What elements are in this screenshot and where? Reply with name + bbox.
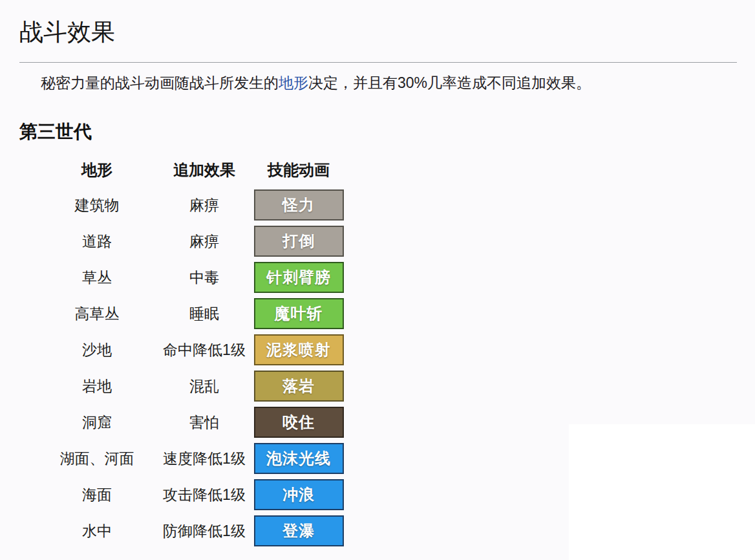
- animation-box[interactable]: 泥浆喷射: [254, 334, 344, 365]
- article-content: 战斗效果 秘密力量的战斗动画随战斗所发生的地形决定，并且有30%几率造成不同追加…: [0, 0, 755, 549]
- effect-link[interactable]: 害怕: [155, 413, 253, 433]
- intro-paragraph: 秘密力量的战斗动画随战斗所发生的地形决定，并且有30%几率造成不同追加效果。: [41, 73, 737, 92]
- table-row: 高草丛 睡眠 魔叶斩: [39, 296, 737, 332]
- terrain-cell: 湖面、河面: [39, 449, 155, 469]
- animation-box[interactable]: 打倒: [254, 226, 344, 257]
- table-row: 道路 麻痹 打倒: [39, 223, 737, 259]
- terrain-cell: 洞窟: [39, 413, 155, 433]
- animation-box[interactable]: 咬住: [254, 407, 344, 438]
- header-animation: 技能动画: [253, 160, 344, 180]
- effect-cell: 命中降低1级: [155, 340, 253, 360]
- intro-text-before-link: 秘密力量的战斗动画随战斗所发生的: [41, 74, 279, 91]
- table-header-row: 地形 追加效果 技能动画: [39, 153, 737, 187]
- section-title-gen3: 第三世代: [19, 121, 737, 143]
- terrain-cell: 建筑物: [39, 195, 155, 215]
- animation-box[interactable]: 泡沫光线: [254, 443, 344, 474]
- terrain-cell: 海面: [39, 485, 155, 505]
- effect-cell: 防御降低1级: [155, 521, 253, 541]
- effect-link[interactable]: 麻痹: [155, 232, 253, 252]
- header-terrain: 地形: [39, 160, 155, 180]
- table-row: 草丛 中毒 针刺臂膀: [39, 259, 737, 296]
- terrain-table-body: 建筑物 麻痹 怪力 道路 麻痹 打倒 草丛 中毒 针刺臂膀 高草丛 睡眠 魔叶斩…: [39, 187, 737, 549]
- animation-box[interactable]: 冲浪: [254, 479, 344, 510]
- table-row: 湖面、河面 速度降低1级 泡沫光线: [39, 440, 737, 477]
- terrain-cell: 水中: [39, 521, 155, 541]
- animation-box[interactable]: 针刺臂膀: [254, 262, 344, 293]
- terrain-cell: 草丛: [39, 268, 155, 288]
- table-row: 海面 攻击降低1级 冲浪: [39, 477, 737, 513]
- effect-link[interactable]: 混乱: [155, 376, 253, 396]
- effect-link[interactable]: 睡眠: [155, 304, 253, 324]
- terrain-cell: 道路: [39, 232, 155, 252]
- terrain-cell: 沙地: [39, 340, 155, 360]
- effect-cell: 攻击降低1级: [155, 485, 253, 505]
- terrain-cell: 岩地: [39, 376, 155, 396]
- page-title: 战斗效果: [19, 16, 737, 63]
- table-row: 水中 防御降低1级 登瀑: [39, 513, 737, 549]
- animation-box[interactable]: 登瀑: [254, 515, 344, 546]
- table-row: 建筑物 麻痹 怪力: [39, 187, 737, 223]
- effect-link[interactable]: 麻痹: [155, 195, 253, 215]
- intro-text-after-link: 决定，并且有30%几率造成不同追加效果。: [308, 74, 591, 91]
- table-row: 岩地 混乱 落岩: [39, 368, 737, 404]
- terrain-link[interactable]: 地形: [279, 74, 308, 91]
- terrain-cell: 高草丛: [39, 304, 155, 324]
- effect-link[interactable]: 中毒: [155, 268, 253, 288]
- header-effect: 追加效果: [155, 160, 253, 180]
- effect-cell: 速度降低1级: [155, 449, 253, 469]
- animation-box[interactable]: 怪力: [254, 189, 344, 221]
- animation-box[interactable]: 魔叶斩: [254, 298, 344, 329]
- table-row: 洞窟 害怕 咬住: [39, 404, 737, 440]
- animation-box[interactable]: 落岩: [254, 371, 344, 402]
- table-row: 沙地 命中降低1级 泥浆喷射: [39, 332, 737, 368]
- terrain-effects-table: 地形 追加效果 技能动画 建筑物 麻痹 怪力 道路 麻痹 打倒 草丛 中毒 针刺…: [39, 153, 737, 549]
